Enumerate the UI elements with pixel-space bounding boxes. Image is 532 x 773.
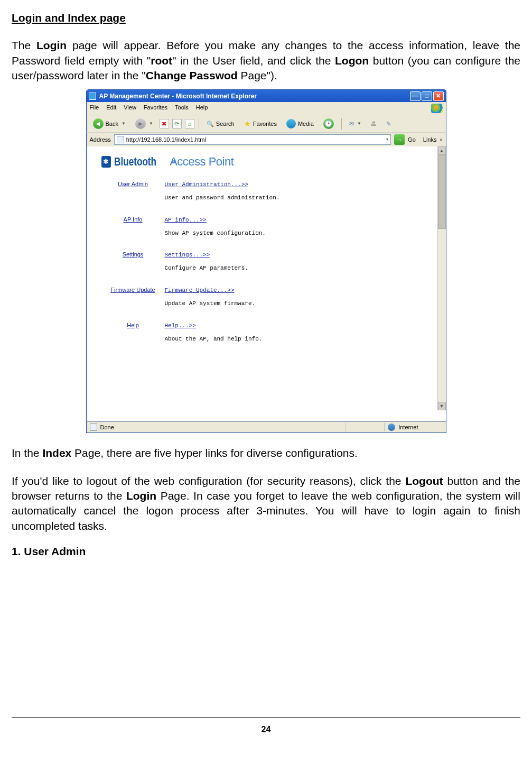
search-label: Search [216, 120, 235, 128]
mail-icon: ✉ [349, 120, 354, 128]
screenshot-window: AP Management Center - Microsoft Interne… [86, 89, 446, 433]
windows-logo-icon [431, 104, 443, 113]
sidebar-link-settings[interactable]: Settings [101, 251, 165, 259]
go-label: Go [408, 136, 416, 144]
link-firmware-update[interactable]: Firmware Update...>> [165, 287, 235, 293]
index-row-firmware: Firmware Update Firmware Update...>> Upd… [101, 286, 430, 308]
address-input[interactable]: http://192.168.10.1/index1.html ▾ [114, 134, 391, 145]
toolbar-separator [199, 118, 199, 130]
bluetooth-icon [101, 156, 111, 168]
text-bold: Index [42, 447, 71, 459]
link-help[interactable]: Help...>> [165, 323, 196, 329]
text: Page"). [238, 69, 277, 81]
toolbar: ◄ Back ▼ ► ▼ ✖ ⟳ ⌂ 🔍 Search ★ Favorites … [86, 115, 446, 132]
window-titlebar[interactable]: AP Management Center - Microsoft Interne… [86, 89, 446, 102]
chevron-down-icon: ▼ [357, 121, 361, 127]
history-button[interactable]: 🕑 [320, 117, 337, 130]
link-ap-info[interactable]: AP info...>> [165, 217, 207, 223]
stop-button[interactable]: ✖ [160, 119, 169, 128]
text-bold: Logon [335, 54, 369, 67]
sidebar-link-help[interactable]: Help [101, 321, 165, 329]
status-zone: Internet [398, 424, 418, 431]
page-icon [90, 424, 97, 431]
sidebar-link-firmware-update[interactable]: Firmware Update [101, 286, 165, 294]
back-arrow-icon: ◄ [93, 118, 104, 129]
desc-ap-info: Show AP system configuration. [165, 229, 430, 237]
text-bold: Login [126, 490, 156, 502]
menu-view[interactable]: View [124, 104, 136, 113]
subheading-user-admin: 1. User Admin [12, 544, 520, 559]
text: If you'd like to logout of the web confi… [12, 475, 405, 487]
text-bold: Logout [405, 475, 443, 487]
paragraph-2: In the Index Page, there are five hyper … [12, 446, 520, 461]
link-settings[interactable]: Settings...>> [165, 252, 210, 258]
paragraph-1: The Login page will appear. Before you m… [12, 38, 520, 83]
favorites-label: Favorites [253, 120, 277, 128]
desc-user-admin: User and password administration. [165, 194, 430, 202]
history-icon: 🕑 [323, 118, 334, 129]
page-number: 24 [12, 724, 520, 735]
favorites-button[interactable]: ★ Favorites [241, 118, 280, 130]
home-button[interactable]: ⌂ [185, 119, 194, 128]
status-bar: Done Internet [86, 421, 446, 433]
page-icon [117, 136, 124, 143]
refresh-button[interactable]: ⟳ [172, 119, 182, 128]
scroll-up-button[interactable]: ▲ [438, 146, 446, 155]
edit-button[interactable]: ✎ [383, 119, 394, 129]
scroll-down-button[interactable]: ▼ [438, 402, 446, 410]
menu-bar: File Edit View Favorites Tools Help [86, 102, 446, 115]
forward-button[interactable]: ► ▼ [132, 117, 156, 130]
maximize-button[interactable]: □ [422, 91, 432, 101]
mail-button[interactable]: ✉ ▼ [346, 119, 365, 129]
media-icon [286, 119, 296, 128]
horizontal-rule [12, 717, 520, 718]
minimize-button[interactable]: — [410, 91, 421, 101]
address-label: Address [90, 136, 111, 144]
home-icon: ⌂ [188, 120, 191, 128]
desc-firmware-update: Update AP system firmware. [165, 300, 430, 308]
internet-zone-icon [388, 424, 395, 431]
menu-file[interactable]: File [90, 104, 99, 113]
text-bold: Login [36, 39, 67, 51]
text-bold: Change Passwod [146, 69, 238, 81]
section-heading: Login and Index page [12, 11, 520, 25]
search-button[interactable]: 🔍 Search [203, 119, 238, 129]
logo-sub: Access Point [170, 154, 234, 170]
url-text: http://192.168.10.1/index1.html [126, 136, 206, 144]
print-button[interactable]: 🖶 [368, 119, 380, 129]
text: " in the User field, and click the [172, 54, 335, 67]
status-separator [384, 423, 385, 431]
edit-icon: ✎ [386, 120, 391, 128]
back-label: Back [106, 120, 118, 128]
menu-tools[interactable]: Tools [175, 104, 189, 113]
chevron-down-icon: ▼ [122, 121, 126, 127]
sidebar-link-user-admin[interactable]: User Admin [101, 180, 165, 188]
page-logo: Bluetooth™ Access Point [101, 154, 430, 170]
sidebar-link-ap-info[interactable]: AP Info [101, 216, 165, 224]
logo-brand: Bluetooth [114, 154, 156, 170]
menu-favorites[interactable]: Favorites [144, 104, 167, 113]
desc-help: About the AP, and help info. [165, 335, 430, 343]
back-button[interactable]: ◄ Back ▼ [90, 117, 129, 130]
index-row-ap-info: AP Info AP info...>> Show AP system conf… [101, 216, 430, 237]
index-row-settings: Settings Settings...>> Configure AP para… [101, 251, 430, 272]
address-bar: Address http://192.168.10.1/index1.html … [86, 132, 446, 146]
window-title: AP Management Center - Microsoft Interne… [99, 92, 257, 100]
scroll-thumb[interactable] [438, 155, 446, 229]
forward-arrow-icon: ► [135, 118, 146, 129]
stop-x-icon: ✖ [162, 120, 166, 128]
links-expand-icon[interactable]: » [440, 136, 442, 143]
star-icon: ★ [244, 119, 251, 129]
go-button[interactable]: → [394, 134, 405, 145]
close-button[interactable]: ✕ [433, 91, 444, 101]
chevron-down-icon: ▼ [149, 121, 153, 127]
menu-edit[interactable]: Edit [106, 104, 116, 113]
vertical-scrollbar[interactable]: ▲ ▼ [437, 146, 446, 410]
chevron-down-icon[interactable]: ▾ [386, 137, 388, 143]
link-user-administration[interactable]: User Administration...>> [165, 181, 248, 188]
desc-settings: Configure AP parameters. [165, 264, 430, 272]
links-label[interactable]: Links [423, 136, 437, 144]
menu-help[interactable]: Help [196, 104, 208, 113]
browser-viewport: ▲ ▼ Bluetooth™ Access Point User Admin U… [86, 146, 446, 421]
media-button[interactable]: Media [283, 118, 317, 130]
